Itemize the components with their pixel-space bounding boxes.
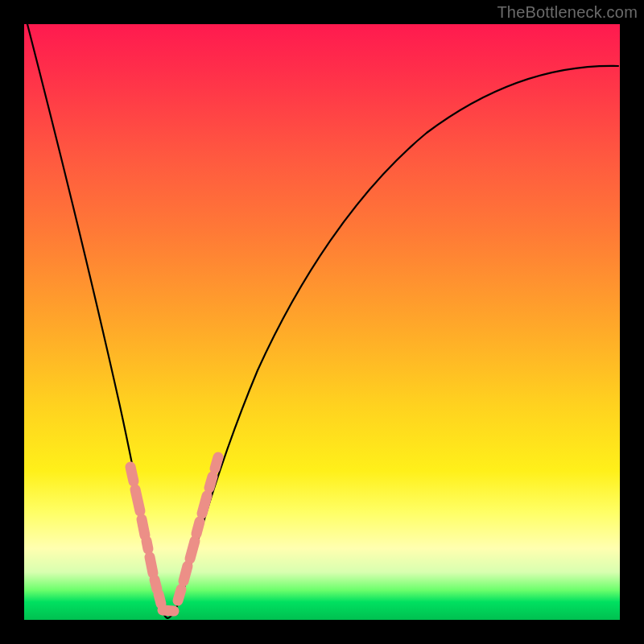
bead — [202, 496, 207, 514]
curve-overlay — [24, 24, 620, 620]
bead — [155, 580, 157, 589]
watermark-text: TheBottleneck.com — [497, 3, 638, 22]
bead — [190, 541, 195, 559]
bead — [178, 589, 181, 601]
bead — [196, 522, 200, 534]
bead — [163, 610, 174, 611]
bead — [215, 457, 218, 469]
bead — [147, 541, 148, 549]
bead — [184, 566, 188, 581]
bead — [135, 489, 140, 511]
bead — [159, 594, 161, 604]
bead — [209, 477, 213, 488]
chart-stage: TheBottleneck.com — [0, 0, 644, 644]
bead-cluster — [130, 457, 218, 611]
bead — [130, 467, 134, 481]
bead — [150, 557, 153, 573]
bottleneck-curve — [27, 24, 618, 618]
bead — [142, 519, 145, 535]
